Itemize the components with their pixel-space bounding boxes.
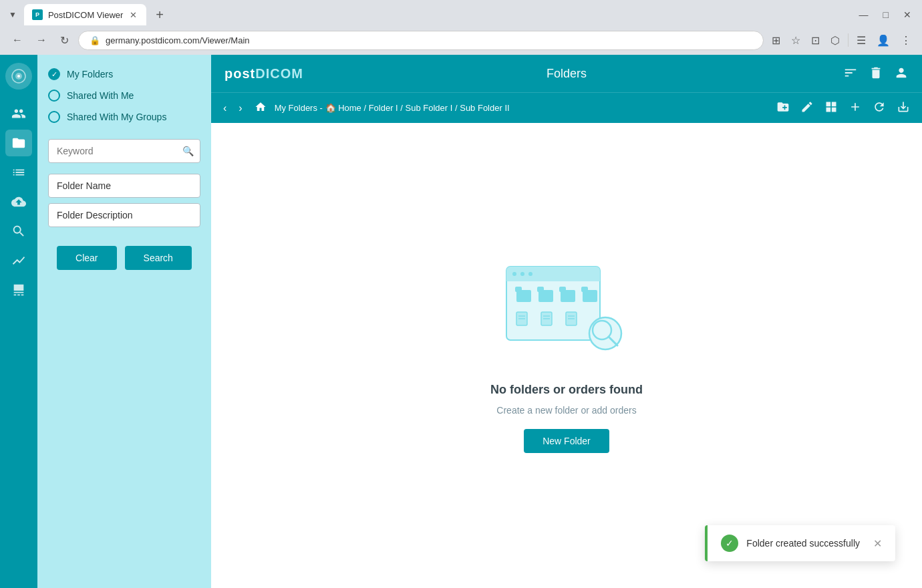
empty-state: No folders or orders found Create a new …	[211, 123, 922, 588]
reading-list-icon[interactable]: ☰	[854, 31, 869, 49]
toast-notification: ✓ Folder created successfully ✕	[705, 525, 895, 561]
breadcrumb-back-button[interactable]: ‹	[219, 100, 230, 117]
toast-success-icon: ✓	[721, 535, 738, 552]
logo-text-dicom: DICOM	[255, 66, 303, 81]
shared-with-groups-label: Shared With My Groups	[67, 112, 166, 122]
upload-sidebar-icon[interactable]	[5, 188, 32, 215]
svg-point-7	[520, 272, 524, 276]
shared-with-me-label: Shared With Me	[67, 90, 134, 101]
folder-description-label: Folder Description	[57, 210, 133, 220]
app-container: ✓ My Folders Shared With Me Shared With …	[0, 55, 922, 588]
new-folder-icon-button[interactable]	[772, 98, 794, 118]
address-bar-row: ← → ↻ 🔒 ⊞ ☆ ⊡ ⬡ ☰ 👤 ⋮	[0, 25, 922, 55]
split-icon-button[interactable]	[820, 98, 842, 118]
clear-button[interactable]: Clear	[57, 246, 116, 270]
folder-name-label: Folder Name	[57, 180, 111, 191]
empty-subtitle: Create a new folder or add orders	[496, 405, 636, 416]
svg-rect-12	[537, 287, 544, 292]
tab-title: PostDICOM Viewer	[48, 10, 123, 20]
keyword-search-icon: 🔍	[182, 146, 194, 156]
sidebar-divider	[848, 33, 849, 47]
bookmark-icon[interactable]: ☆	[788, 31, 803, 49]
shared-with-groups-radio	[48, 111, 60, 123]
search-sidebar-icon[interactable]	[5, 218, 32, 245]
address-bar[interactable]: 🔒	[78, 31, 764, 50]
svg-point-6	[512, 272, 516, 276]
my-folders-check-icon: ✓	[48, 68, 60, 80]
tab-back-dropdown[interactable]: ▼	[5, 8, 20, 21]
folder-description-field[interactable]: Folder Description	[48, 203, 200, 227]
translate-icon[interactable]: ⊞	[769, 31, 783, 49]
new-tab-button[interactable]: +	[150, 6, 169, 24]
app-logo-mark	[5, 63, 32, 90]
my-folders-option[interactable]: ✓ My Folders	[48, 65, 200, 83]
header-actions	[738, 65, 909, 82]
shared-with-groups-option[interactable]: Shared With My Groups	[48, 108, 200, 126]
logo-text-post: post	[224, 66, 255, 81]
empty-illustration	[493, 260, 640, 370]
split-view-icon[interactable]: ⊡	[808, 31, 822, 49]
breadcrumb-home-button[interactable]	[251, 98, 271, 118]
list-icon[interactable]	[5, 159, 32, 186]
monitor-sidebar-icon[interactable]	[5, 277, 32, 303]
edit-icon-button[interactable]	[796, 98, 818, 118]
users-sidebar-icon[interactable]	[5, 100, 32, 127]
header-title: Folders	[396, 67, 738, 81]
browser-chrome: ▼ P PostDICOM Viewer ✕ + — □ ✕ ← → ↻ 🔒 ⊞…	[0, 0, 922, 55]
export-icon-button[interactable]	[893, 98, 914, 118]
breadcrumb-bar: ‹ › My Folders - 🏠 Home / Folder I / Sub…	[211, 92, 922, 123]
menu-icon[interactable]: ⋮	[898, 31, 914, 49]
folder-options: ✓ My Folders Shared With Me Shared With …	[48, 65, 200, 126]
sort-icon-button[interactable]	[843, 65, 858, 82]
action-buttons: Clear Search	[48, 246, 200, 270]
tab-bar: ▼ P PostDICOM Viewer ✕ + — □ ✕	[0, 0, 922, 25]
lock-icon: 🔒	[90, 35, 100, 45]
maximize-button[interactable]: □	[878, 7, 894, 23]
close-window-button[interactable]: ✕	[898, 7, 917, 23]
breadcrumb-forward-button[interactable]: ›	[235, 100, 246, 117]
empty-folders-svg	[493, 260, 640, 367]
analytics-sidebar-icon[interactable]	[5, 247, 32, 274]
postdicom-logo-icon	[11, 68, 27, 84]
search-fields: Folder Name Folder Description	[48, 174, 200, 227]
refresh-icon-button[interactable]	[869, 98, 890, 118]
svg-point-8	[528, 272, 532, 276]
breadcrumb-home-icon: 🏠	[325, 103, 339, 113]
tab-favicon: P	[32, 9, 43, 20]
main-content: postDICOM Folders ‹ ›	[211, 55, 922, 588]
keyword-input-wrapper: 🔍	[48, 139, 200, 163]
breadcrumb-prefix: My Folders -	[275, 103, 323, 113]
svg-rect-16	[581, 287, 588, 292]
refresh-button[interactable]: ↻	[56, 31, 73, 49]
svg-rect-5	[506, 275, 600, 281]
user-icon-button[interactable]	[894, 65, 909, 82]
keyword-input[interactable]	[48, 139, 200, 163]
forward-button[interactable]: →	[32, 31, 51, 49]
folder-name-field[interactable]: Folder Name	[48, 174, 200, 198]
tab-close-button[interactable]: ✕	[128, 10, 138, 20]
svg-point-2	[17, 75, 20, 78]
breadcrumb-path-text: My Folders - 🏠 Home / Folder I / Sub Fol…	[275, 103, 768, 113]
breadcrumb-actions	[772, 98, 914, 118]
extensions-icon[interactable]: ⬡	[828, 31, 842, 49]
breadcrumb-path: Home / Folder I / Sub Folder I / Sub Fol…	[338, 103, 510, 113]
active-tab[interactable]: P PostDICOM Viewer ✕	[24, 4, 146, 25]
folders-sidebar-icon[interactable]	[5, 130, 32, 156]
shared-with-me-option[interactable]: Shared With Me	[48, 87, 200, 104]
shared-with-me-radio	[48, 90, 60, 102]
back-button[interactable]: ←	[8, 31, 27, 49]
postdicom-logo: postDICOM	[224, 66, 396, 82]
search-button[interactable]: Search	[125, 246, 192, 270]
toast-close-button[interactable]: ✕	[873, 537, 882, 550]
new-folder-button[interactable]: New Folder	[524, 429, 609, 453]
delete-icon-button[interactable]	[869, 65, 883, 82]
app-header: postDICOM Folders	[211, 55, 922, 92]
svg-rect-10	[515, 287, 522, 292]
url-input[interactable]	[106, 35, 752, 45]
svg-rect-14	[559, 287, 566, 292]
sidebar-icons	[0, 55, 37, 588]
add-icon-button[interactable]	[844, 98, 866, 118]
minimize-button[interactable]: —	[854, 7, 874, 23]
profile-icon[interactable]: 👤	[874, 31, 893, 49]
left-panel: ✓ My Folders Shared With Me Shared With …	[37, 55, 211, 588]
